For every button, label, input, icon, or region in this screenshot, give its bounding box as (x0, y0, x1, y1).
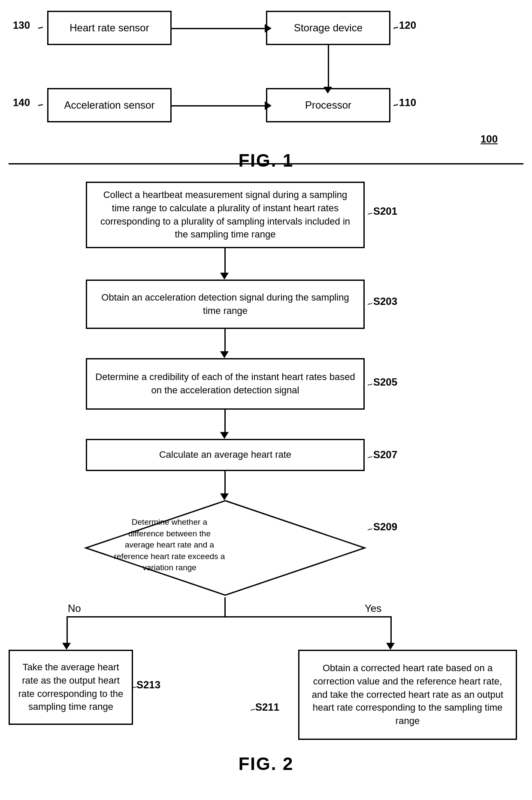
s211-box: Obtain a corrected heart rate based on a… (298, 650, 517, 740)
arrow-s203-s205 (220, 351, 229, 358)
ref-110: 110 (399, 97, 416, 109)
s205-label: S205 (373, 376, 397, 388)
s213-text: Take the average heart rate as the outpu… (17, 661, 125, 714)
line-hrs-proc (172, 28, 266, 29)
tilde-130: ~ (36, 22, 45, 34)
fig1-diagram: 130 140 ~ ~ Heart rate sensor Storage de… (0, 0, 532, 163)
ref-130: 130 (13, 19, 30, 31)
yes-label: Yes (365, 602, 381, 614)
heart-rate-sensor-label: Heart rate sensor (70, 22, 149, 34)
heart-rate-sensor-box: Heart rate sensor (47, 11, 172, 45)
line-storage-proc (328, 45, 329, 88)
line-left-vert (66, 616, 68, 644)
line-right-vert (390, 616, 392, 644)
arrow-s201-s203 (220, 273, 229, 280)
arrow-right-s211 (386, 643, 395, 650)
line-right-horiz (224, 616, 392, 617)
ref-120: 120 (399, 19, 416, 31)
line-s205-s207 (224, 410, 226, 433)
acceleration-sensor-label: Acceleration sensor (64, 99, 155, 111)
fig2-title: FIG. 2 (0, 754, 532, 774)
s207-box: Calculate an average heart rate (86, 439, 365, 471)
arrow-s205-s207 (220, 432, 229, 439)
s201-box: Collect a heartbeat measurement signal d… (86, 182, 365, 248)
s203-label: S203 (373, 295, 397, 307)
tilde-140: ~ (36, 99, 45, 112)
arrow-left-s213 (62, 643, 71, 650)
s207-label: S207 (373, 449, 397, 461)
s213-box: Take the average heart rate as the outpu… (9, 650, 133, 725)
s213-label: S213 (136, 679, 160, 691)
storage-device-label: Storage device (294, 22, 363, 34)
s209-label: S209 (373, 521, 397, 533)
arrow-acc-proc (265, 101, 272, 110)
s203-box: Obtain an acceleration detection signal … (86, 280, 365, 329)
line-left-horiz (66, 616, 224, 617)
fig2-diagram: Collect a heartbeat measurement signal d… (0, 169, 532, 787)
s205-box: Determine a credibility of each of the i… (86, 358, 365, 410)
line-bottom-diamond (224, 597, 226, 617)
arrow-storage-proc (323, 87, 332, 94)
no-label: No (68, 602, 81, 614)
storage-device-box: Storage device (266, 11, 390, 45)
processor-label: Processor (305, 99, 351, 111)
line-s201-s203 (224, 248, 226, 274)
line-acc-proc (172, 105, 266, 106)
s201-text: Collect a heartbeat measurement signal d… (94, 189, 357, 241)
fig1-title: FIG. 1 (0, 150, 532, 171)
arrow-hrs-proc (265, 24, 272, 33)
ref-140: 140 (13, 97, 30, 109)
line-s207-s209 (224, 471, 226, 495)
s209-text: Determine whether a difference between t… (114, 517, 225, 574)
s211-label: S211 (255, 701, 279, 713)
ref-100: 100 (481, 133, 498, 145)
s205-text: Determine a credibility of each of the i… (94, 371, 357, 397)
acceleration-sensor-box: Acceleration sensor (47, 88, 172, 122)
line-s203-s205 (224, 329, 226, 353)
s207-text: Calculate an average heart rate (159, 448, 291, 462)
s203-text: Obtain an acceleration detection signal … (94, 291, 357, 318)
s201-label: S201 (373, 205, 397, 217)
s211-text: Obtain a corrected heart rate based on a… (306, 662, 509, 728)
